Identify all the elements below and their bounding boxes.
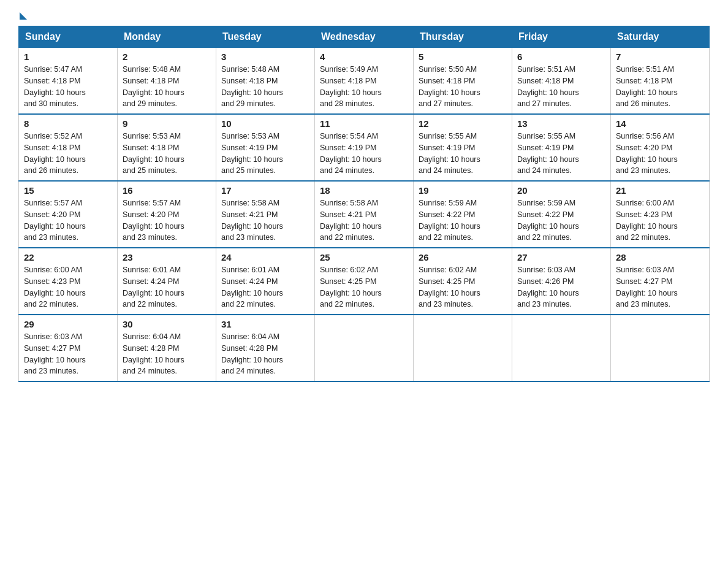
day-info: Sunrise: 6:02 AMSunset: 4:25 PMDaylight:… bbox=[419, 266, 480, 308]
calendar-cell: 30 Sunrise: 6:04 AMSunset: 4:28 PMDaylig… bbox=[118, 315, 216, 381]
calendar-cell: 7 Sunrise: 5:51 AMSunset: 4:18 PMDayligh… bbox=[611, 48, 710, 115]
day-info: Sunrise: 5:59 AMSunset: 4:22 PMDaylight:… bbox=[419, 199, 480, 242]
calendar-cell bbox=[315, 315, 414, 381]
day-number: 17 bbox=[221, 185, 309, 196]
calendar-week-row: 15 Sunrise: 5:57 AMSunset: 4:20 PMDaylig… bbox=[19, 181, 710, 248]
calendar-cell: 31 Sunrise: 6:04 AMSunset: 4:28 PMDaylig… bbox=[216, 315, 315, 381]
header-saturday: Saturday bbox=[611, 26, 710, 48]
calendar-cell: 23 Sunrise: 6:01 AMSunset: 4:24 PMDaylig… bbox=[118, 248, 216, 315]
calendar-cell: 20 Sunrise: 5:59 AMSunset: 4:22 PMDaylig… bbox=[512, 181, 611, 248]
calendar-cell: 9 Sunrise: 5:53 AMSunset: 4:18 PMDayligh… bbox=[118, 114, 216, 181]
day-number: 21 bbox=[616, 185, 704, 196]
calendar-cell: 14 Sunrise: 5:56 AMSunset: 4:20 PMDaylig… bbox=[611, 114, 710, 181]
calendar-cell: 21 Sunrise: 6:00 AMSunset: 4:23 PMDaylig… bbox=[611, 181, 710, 248]
day-number: 6 bbox=[517, 52, 605, 62]
day-number: 23 bbox=[123, 252, 211, 262]
day-info: Sunrise: 6:00 AMSunset: 4:23 PMDaylight:… bbox=[616, 199, 678, 242]
calendar-week-row: 8 Sunrise: 5:52 AMSunset: 4:18 PMDayligh… bbox=[19, 114, 710, 181]
day-number: 13 bbox=[517, 118, 605, 129]
day-info: Sunrise: 5:58 AMSunset: 4:21 PMDaylight:… bbox=[320, 199, 382, 242]
calendar-cell: 11 Sunrise: 5:54 AMSunset: 4:19 PMDaylig… bbox=[315, 114, 414, 181]
day-number: 29 bbox=[24, 319, 112, 329]
day-number: 30 bbox=[123, 319, 211, 329]
day-info: Sunrise: 5:53 AMSunset: 4:19 PMDaylight:… bbox=[221, 132, 283, 175]
header-friday: Friday bbox=[512, 26, 611, 48]
calendar-cell bbox=[512, 315, 611, 381]
day-number: 8 bbox=[24, 118, 112, 129]
header-sunday: Sunday bbox=[19, 26, 118, 48]
calendar-cell: 18 Sunrise: 5:58 AMSunset: 4:21 PMDaylig… bbox=[315, 181, 414, 248]
calendar-cell: 10 Sunrise: 5:53 AMSunset: 4:19 PMDaylig… bbox=[216, 114, 315, 181]
day-info: Sunrise: 6:00 AMSunset: 4:23 PMDaylight:… bbox=[24, 266, 86, 308]
day-number: 11 bbox=[320, 118, 408, 129]
day-number: 3 bbox=[221, 52, 309, 62]
calendar-cell bbox=[611, 315, 710, 381]
day-info: Sunrise: 5:54 AMSunset: 4:19 PMDaylight:… bbox=[320, 132, 382, 175]
calendar-cell: 12 Sunrise: 5:55 AMSunset: 4:19 PMDaylig… bbox=[414, 114, 512, 181]
calendar-cell: 4 Sunrise: 5:49 AMSunset: 4:18 PMDayligh… bbox=[315, 48, 414, 115]
day-number: 12 bbox=[419, 118, 507, 129]
day-number: 25 bbox=[320, 252, 408, 262]
logo-triangle-icon bbox=[20, 12, 27, 20]
calendar-cell: 28 Sunrise: 6:03 AMSunset: 4:27 PMDaylig… bbox=[611, 248, 710, 315]
calendar-cell: 6 Sunrise: 5:51 AMSunset: 4:18 PMDayligh… bbox=[512, 48, 611, 115]
day-info: Sunrise: 5:57 AMSunset: 4:20 PMDaylight:… bbox=[123, 199, 184, 242]
day-number: 27 bbox=[517, 252, 605, 262]
day-info: Sunrise: 5:52 AMSunset: 4:18 PMDaylight:… bbox=[24, 132, 86, 175]
day-number: 9 bbox=[123, 118, 211, 129]
day-info: Sunrise: 5:58 AMSunset: 4:21 PMDaylight:… bbox=[221, 199, 283, 242]
calendar-table: SundayMondayTuesdayWednesdayThursdayFrid… bbox=[18, 26, 710, 382]
day-number: 26 bbox=[419, 252, 507, 262]
day-info: Sunrise: 6:03 AMSunset: 4:26 PMDaylight:… bbox=[517, 266, 579, 308]
day-info: Sunrise: 5:48 AMSunset: 4:18 PMDaylight:… bbox=[123, 65, 184, 108]
day-info: Sunrise: 6:01 AMSunset: 4:24 PMDaylight:… bbox=[123, 266, 184, 308]
day-info: Sunrise: 5:56 AMSunset: 4:20 PMDaylight:… bbox=[616, 132, 678, 175]
day-number: 1 bbox=[24, 52, 112, 62]
day-info: Sunrise: 5:50 AMSunset: 4:18 PMDaylight:… bbox=[419, 65, 480, 108]
calendar-cell: 29 Sunrise: 6:03 AMSunset: 4:27 PMDaylig… bbox=[19, 315, 118, 381]
header-tuesday: Tuesday bbox=[216, 26, 315, 48]
day-number: 4 bbox=[320, 52, 408, 62]
day-number: 16 bbox=[123, 185, 211, 196]
day-number: 5 bbox=[419, 52, 507, 62]
calendar-cell: 26 Sunrise: 6:02 AMSunset: 4:25 PMDaylig… bbox=[414, 248, 512, 315]
calendar-cell: 13 Sunrise: 5:55 AMSunset: 4:19 PMDaylig… bbox=[512, 114, 611, 181]
day-number: 15 bbox=[24, 185, 112, 196]
calendar-cell: 16 Sunrise: 5:57 AMSunset: 4:20 PMDaylig… bbox=[118, 181, 216, 248]
calendar-cell: 15 Sunrise: 5:57 AMSunset: 4:20 PMDaylig… bbox=[19, 181, 118, 248]
page-header bbox=[18, 12, 710, 20]
header-monday: Monday bbox=[118, 26, 216, 48]
calendar-cell: 17 Sunrise: 5:58 AMSunset: 4:21 PMDaylig… bbox=[216, 181, 315, 248]
day-info: Sunrise: 5:48 AMSunset: 4:18 PMDaylight:… bbox=[221, 65, 283, 108]
day-number: 22 bbox=[24, 252, 112, 262]
day-info: Sunrise: 5:51 AMSunset: 4:18 PMDaylight:… bbox=[616, 65, 678, 108]
day-info: Sunrise: 5:47 AMSunset: 4:18 PMDaylight:… bbox=[24, 65, 86, 108]
day-number: 10 bbox=[221, 118, 309, 129]
day-info: Sunrise: 5:55 AMSunset: 4:19 PMDaylight:… bbox=[419, 132, 480, 175]
day-number: 20 bbox=[517, 185, 605, 196]
day-info: Sunrise: 6:04 AMSunset: 4:28 PMDaylight:… bbox=[123, 332, 184, 375]
calendar-cell: 8 Sunrise: 5:52 AMSunset: 4:18 PMDayligh… bbox=[19, 114, 118, 181]
day-info: Sunrise: 5:51 AMSunset: 4:18 PMDaylight:… bbox=[517, 65, 579, 108]
calendar-cell: 3 Sunrise: 5:48 AMSunset: 4:18 PMDayligh… bbox=[216, 48, 315, 115]
calendar-cell: 2 Sunrise: 5:48 AMSunset: 4:18 PMDayligh… bbox=[118, 48, 216, 115]
day-info: Sunrise: 6:04 AMSunset: 4:28 PMDaylight:… bbox=[221, 332, 283, 375]
day-info: Sunrise: 5:49 AMSunset: 4:18 PMDaylight:… bbox=[320, 65, 382, 108]
calendar-week-row: 1 Sunrise: 5:47 AMSunset: 4:18 PMDayligh… bbox=[19, 48, 710, 115]
calendar-cell: 19 Sunrise: 5:59 AMSunset: 4:22 PMDaylig… bbox=[414, 181, 512, 248]
calendar-week-row: 22 Sunrise: 6:00 AMSunset: 4:23 PMDaylig… bbox=[19, 248, 710, 315]
day-info: Sunrise: 6:02 AMSunset: 4:25 PMDaylight:… bbox=[320, 266, 382, 308]
day-number: 7 bbox=[616, 52, 704, 62]
day-info: Sunrise: 6:03 AMSunset: 4:27 PMDaylight:… bbox=[616, 266, 678, 308]
day-info: Sunrise: 5:57 AMSunset: 4:20 PMDaylight:… bbox=[24, 199, 86, 242]
calendar-cell: 24 Sunrise: 6:01 AMSunset: 4:24 PMDaylig… bbox=[216, 248, 315, 315]
calendar-cell: 5 Sunrise: 5:50 AMSunset: 4:18 PMDayligh… bbox=[414, 48, 512, 115]
calendar-cell: 1 Sunrise: 5:47 AMSunset: 4:18 PMDayligh… bbox=[19, 48, 118, 115]
header-wednesday: Wednesday bbox=[315, 26, 414, 48]
day-info: Sunrise: 5:55 AMSunset: 4:19 PMDaylight:… bbox=[517, 132, 579, 175]
logo bbox=[18, 12, 28, 20]
day-number: 18 bbox=[320, 185, 408, 196]
day-info: Sunrise: 6:03 AMSunset: 4:27 PMDaylight:… bbox=[24, 332, 86, 375]
calendar-cell: 27 Sunrise: 6:03 AMSunset: 4:26 PMDaylig… bbox=[512, 248, 611, 315]
header-thursday: Thursday bbox=[414, 26, 512, 48]
